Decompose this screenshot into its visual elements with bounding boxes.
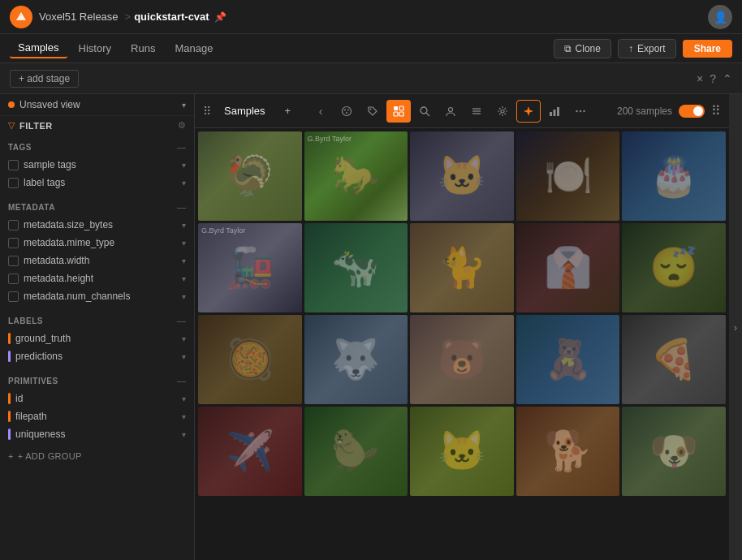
image-cell-17[interactable]: 🦫 [304,407,408,496]
image-cell-13[interactable]: 🐻 [410,315,514,404]
filter-icon: ▽ [8,120,15,131]
person-button[interactable] [438,100,463,123]
project-name[interactable]: quickstart-cvat [134,11,209,23]
image-cell-16[interactable]: ✈️ [198,407,302,496]
image-cell-12[interactable]: 🐺 [304,315,408,404]
width-checkbox[interactable] [8,256,19,266]
svg-rect-9 [399,112,403,116]
image-cell-2[interactable]: G.Byrd Taylor 🐎 [304,131,408,221]
tags-section: TAGS — sample tags ▾ label tags ▾ [0,135,194,195]
palette-icon [341,106,352,117]
more-button[interactable] [568,100,593,123]
image-cell-10[interactable]: 😴 [622,223,726,312]
sidebar-item-uniqueness[interactable]: uniqueness ▾ [0,425,194,443]
image-shape-20: 🐶 [622,407,726,496]
primitives-collapse-icon[interactable]: — [177,376,186,386]
svg-point-16 [501,110,504,113]
image-cell-18[interactable]: 🐱 [410,407,514,496]
sample-tags-checkbox[interactable] [8,160,19,170]
image-cell-8[interactable]: 🐈 [410,223,514,312]
grid-view-icon[interactable]: ⠿ [711,103,721,118]
scroll-right-button[interactable]: › [729,94,742,560]
app-logo[interactable] [10,6,32,28]
sidebar-item-ground-truth[interactable]: ground_truth ▾ [0,330,194,347]
search-button[interactable] [412,100,437,123]
image-cell-7[interactable]: 🐄 [304,223,408,312]
clear-stage-button[interactable]: × [697,72,703,85]
image-cell-15[interactable]: 🍕 [622,315,726,404]
sidebar-item-num-channels[interactable]: metadata.num_channels ▾ [0,287,194,305]
help-button[interactable]: ? [710,72,716,85]
nav-back-button[interactable]: ‹ [308,100,333,123]
settings-button[interactable] [490,100,515,123]
filter-button[interactable] [386,100,411,123]
view-toggle[interactable] [679,105,705,118]
filter-icon [393,106,404,117]
filepath-label: filepath [15,411,177,422]
tab-samples[interactable]: Samples [10,38,67,58]
primitives-section-header: PRIMITIVES — [0,372,194,390]
image-cell-5[interactable]: 🎂 [622,131,726,221]
list-button[interactable] [464,100,489,123]
image-shape-6: 🚂 [198,223,302,312]
filter-label: FILTER [19,121,173,131]
image-cell-9[interactable]: 👔 [516,223,620,312]
image-cell-14[interactable]: 🧸 [516,315,620,404]
toolbar-add-tab[interactable]: + [277,101,300,120]
image-cell-6[interactable]: G.Byrd Taylor 🚂 [198,223,302,312]
tab-history[interactable]: History [71,39,119,58]
sidebar-item-width[interactable]: metadata.width ▾ [0,252,194,269]
svg-point-21 [580,110,581,111]
metadata-collapse-icon[interactable]: — [177,202,186,212]
size-bytes-checkbox[interactable] [8,220,19,230]
add-group-plus: + [8,451,14,461]
image-cell-1[interactable]: 🦃 [198,131,302,221]
tags-collapse-icon[interactable]: — [177,142,186,152]
sidebar-item-sample-tags[interactable]: sample tags ▾ [0,156,194,174]
tab-manage[interactable]: Manage [166,39,221,58]
share-button[interactable]: Share [683,40,732,58]
sidebar-item-filepath[interactable]: filepath ▾ [0,407,194,425]
tab-runs[interactable]: Runs [123,39,163,58]
mime-type-checkbox[interactable] [8,238,19,248]
pin-icon[interactable]: 📌 [214,11,226,23]
nav-tabs: Samples History Runs Manage ⧉ Clone ↑ Ex… [0,34,742,63]
toolbar-icons: ‹ [308,100,593,123]
sidebar-item-label-tags[interactable]: label tags ▾ [0,174,194,192]
labels-collapse-icon[interactable]: — [177,316,186,325]
export-button[interactable]: ↑ Export [618,39,676,58]
sidebar-item-size-bytes[interactable]: metadata.size_bytes ▾ [0,216,194,234]
image-shape-8: 🐈 [410,223,514,312]
chart-button[interactable] [542,100,567,123]
filter-settings-icon[interactable]: ⚙ [178,120,186,131]
ai-button[interactable] [516,100,541,123]
image-cell-3[interactable]: 🐱 [410,131,514,221]
collapse-button[interactable]: ⌃ [723,72,732,85]
clone-button[interactable]: ⧉ Clone [554,39,611,58]
svg-point-22 [583,110,585,111]
height-checkbox[interactable] [8,274,19,284]
image-cell-19[interactable]: 🐕 [516,407,620,496]
sidebar-item-height[interactable]: metadata.height ▾ [0,269,194,287]
tag-button[interactable] [360,100,385,123]
svg-point-10 [421,107,427,114]
image-cell-4[interactable]: 🍽️ [516,131,620,221]
palette-button[interactable] [334,100,359,123]
label-tags-chevron: ▾ [182,179,186,187]
label-tags-checkbox[interactable] [8,178,19,188]
num-channels-checkbox[interactable] [8,291,19,302]
svg-point-2 [344,109,346,110]
sidebar-item-id[interactable]: id ▾ [0,390,194,407]
add-group-button[interactable]: + + ADD GROUP [0,446,194,466]
image-shape-19: 🐕 [516,407,620,496]
image-cell-20[interactable]: 🐶 [622,407,726,496]
user-avatar[interactable]: 👤 [708,5,732,29]
image-shape-9: 👔 [516,223,620,312]
sidebar-item-predictions[interactable]: predictions ▾ [0,347,194,365]
sidebar-item-mime-type[interactable]: metadata.mime_type ▾ [0,234,194,252]
image-cell-11[interactable]: 🥘 [198,315,302,404]
toolbar-tab-samples[interactable]: Samples [216,101,274,120]
svg-rect-6 [394,106,398,110]
view-selector[interactable]: Unsaved view ▾ [0,94,194,116]
add-stage-button[interactable]: + add stage [10,70,79,88]
